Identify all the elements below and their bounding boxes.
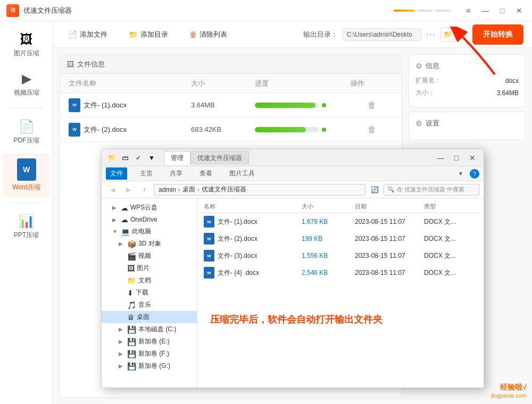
exp-icon-2[interactable]: ✓	[132, 152, 144, 164]
exp-icon-3[interactable]: ▼	[146, 152, 157, 164]
tree-item-onedrive[interactable]: ▶ ☁ OneDrive	[102, 214, 197, 225]
tree-icon-downloads: ⬇	[127, 289, 134, 297]
files-row-2[interactable]: W 文件- (2).docx 199 KB 2023-08-15 11:07 D…	[200, 230, 481, 247]
files-col-date: 日期	[355, 203, 424, 211]
output-dots-button[interactable]: ···	[426, 30, 436, 39]
explorer-title-bar: 📁 🗃 ✓ ▼ 管理 优速文件压缩器 — □ ✕	[102, 149, 484, 166]
output-folder-button[interactable]: 📁	[440, 27, 455, 42]
sidebar-label-pdf: PDF压缩	[14, 136, 39, 145]
exp-icon-1[interactable]: 🗃	[119, 152, 131, 164]
menu-button[interactable]: ≡	[462, 4, 475, 17]
nav-pill-active	[394, 10, 415, 12]
nav-back-btn[interactable]: ◀	[106, 183, 119, 196]
tree-item-documents[interactable]: 📁 文档	[102, 274, 197, 287]
add-file-button[interactable]: 📄 添加文件	[62, 27, 114, 43]
tree-item-pictures[interactable]: 🖼 图片	[102, 262, 197, 274]
add-file-icon: 📄	[68, 30, 77, 39]
nav-up-btn[interactable]: ↑	[138, 183, 151, 196]
folder-yellow-icon[interactable]: 📁	[106, 152, 118, 164]
exp-file-type-3: DOCX 文...	[424, 251, 477, 260]
ext-value: docx	[505, 77, 519, 85]
sidebar-item-ppt[interactable]: 📊 PPT压缩	[3, 208, 51, 245]
files-row-3[interactable]: W 文件- (3).docx 1,556 KB 2023-08-15 11:07…	[200, 247, 481, 264]
tab-manage[interactable]: 管理	[164, 151, 190, 165]
exp-file-date-4: 2023-08-15 11:07	[355, 269, 424, 276]
address-bar[interactable]: admin › 桌面 › 优速文件压缩器	[154, 184, 365, 196]
exp-file-type-2: DOCX 文...	[424, 234, 477, 243]
sidebar-item-word[interactable]: W Word压缩	[3, 153, 51, 197]
sidebar-item-pdf[interactable]: 📄 PDF压缩	[3, 114, 51, 150]
maximize-button[interactable]: □	[496, 4, 509, 17]
nav-forward-btn[interactable]: ▶	[122, 183, 135, 196]
sidebar: 🖼 图片压缩 ▶ 视频压缩 📄 PDF压缩 W Word压缩 📊 PPT压缩	[0, 21, 53, 404]
delete-btn-2[interactable]: 🗑	[365, 123, 378, 136]
exp-file-date-2: 2023-08-15 11:07	[355, 235, 424, 242]
tree-icon-3d: 📦	[127, 240, 136, 248]
sidebar-divider2	[11, 203, 43, 203]
explorer-close-btn[interactable]: ✕	[466, 152, 479, 164]
settings-title: 设置	[426, 119, 439, 128]
minimize-button[interactable]: —	[479, 4, 492, 17]
close-button[interactable]: ✕	[513, 4, 526, 17]
tree-item-g[interactable]: ▶ 💾 新加卷 (G:)	[102, 360, 197, 372]
sidebar-item-video[interactable]: ▶ 视频压缩	[3, 66, 51, 103]
clear-icon: 🗑	[189, 30, 197, 39]
tree-item-f[interactable]: ▶ 💾 新加卷 (F:)	[102, 348, 197, 360]
file-info-header: 🖼 文件信息	[60, 55, 402, 74]
files-row-1[interactable]: W 文件- (1).docx 1,679 KB 2023-08-15 11:07…	[200, 213, 481, 230]
file-row-name-3: W 文件- (3).docx	[204, 250, 302, 262]
start-convert-button[interactable]: 开始转换	[472, 24, 523, 45]
explorer-maximize-btn[interactable]: □	[450, 152, 463, 164]
pdf-icon: 📄	[19, 119, 35, 134]
tree-item-desktop[interactable]: 🖥 桌面	[102, 311, 197, 323]
tree-item-3d[interactable]: ▶ 📦 3D 对象	[102, 238, 197, 250]
progress-cell-1	[255, 103, 351, 108]
add-dir-label: 添加目录	[140, 30, 168, 39]
tree-item-video[interactable]: 🎬 视频	[102, 250, 197, 262]
tab-app[interactable]: 优速文件压缩器	[190, 151, 249, 165]
tree-item-wps[interactable]: ▶ ☁ WPS云盘	[102, 201, 197, 214]
tree-item-music[interactable]: 🎵 音乐	[102, 299, 197, 311]
tree-label-wps: WPS云盘	[130, 203, 157, 212]
tree-item-computer[interactable]: ▼ 💻 此电脑	[102, 225, 197, 238]
tree-item-c[interactable]: ▶ 💾 本地磁盘 (C:)	[102, 323, 197, 335]
sidebar-item-image[interactable]: 🖼 图片压缩	[3, 27, 51, 63]
file-size-2: 683.42KB	[191, 125, 255, 133]
clear-button[interactable]: 🗑 清除列表	[183, 27, 234, 43]
exp-file-size-2: 199 KB	[302, 235, 355, 242]
word-icon-3: W	[204, 250, 214, 262]
tree-label-onedrive: OneDrive	[130, 216, 157, 223]
watermark-line1: 经验啦√	[491, 383, 527, 392]
app-title: 优速文件压缩器	[23, 6, 394, 15]
tree-item-downloads[interactable]: ⬇ 下载	[102, 287, 197, 299]
files-col-name: 名称	[204, 203, 302, 211]
delete-btn-1[interactable]: 🗑	[365, 99, 378, 112]
tree-expand-f: ▶	[119, 351, 125, 357]
tree-icon-c: 💾	[127, 325, 136, 334]
tree-icon-computer: 💻	[121, 228, 130, 236]
search-box[interactable]: 🔍 在 优速文件压缩器 中搜索	[384, 184, 479, 196]
explorer-minimize-btn[interactable]: —	[434, 152, 447, 164]
tree-icon-wps: ☁	[121, 204, 128, 212]
settings-card: ⚙ 设置	[409, 112, 526, 140]
ribbon-help-btn[interactable]: ?	[470, 169, 479, 179]
settings-header: ⚙ 设置	[415, 119, 519, 128]
exp-file-name-1: 文件- (1).docx	[218, 217, 257, 226]
ribbon-tab-image-tools[interactable]: 图片工具	[225, 167, 259, 180]
ribbon-tab-home[interactable]: 主页	[136, 167, 157, 180]
add-dir-button[interactable]: 📁 添加目录	[122, 27, 174, 43]
ribbon-tab-share[interactable]: 共享	[165, 167, 187, 180]
files-row-4[interactable]: W 文件- (4) .docx 2,546 KB 2023-08-15 11:0…	[200, 264, 481, 281]
tree-item-e[interactable]: ▶ 💾 新加卷 (E:)	[102, 335, 197, 348]
explorer-body: ▶ ☁ WPS云盘 ▶ ☁ OneDrive ▼ 💻 此电脑 ▶ 📦 3D 对象	[102, 198, 484, 388]
info-size-row: 大小： 3.64MB	[415, 88, 519, 97]
progress-dot-1	[322, 103, 326, 107]
tree-icon-documents: 📁	[127, 276, 136, 285]
file-row-name-4: W 文件- (4) .docx	[204, 267, 302, 279]
ribbon-collapse-btn[interactable]: ▼	[454, 168, 468, 180]
ribbon-tab-file[interactable]: 文件	[106, 167, 127, 180]
refresh-btn[interactable]: 🔄	[369, 184, 380, 196]
ribbon-right: ▼ ?	[454, 168, 479, 180]
nav-pill-inactive2	[435, 10, 451, 12]
ribbon-tab-view[interactable]: 查看	[195, 167, 217, 180]
